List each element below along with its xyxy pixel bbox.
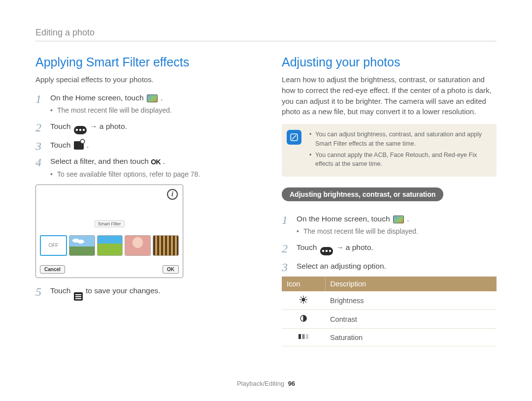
step-text: Touch: [297, 243, 319, 251]
footer-section: Playback/Editing: [237, 380, 284, 387]
step-3: 3 Select an adjusting option.: [282, 260, 497, 272]
step-number: 3: [35, 137, 41, 155]
filter-thumb-off: OFF: [40, 235, 67, 256]
step-5: 5 Touch to save your changes.: [35, 285, 250, 301]
step-text-after: .: [407, 215, 409, 223]
contrast-icon: [282, 310, 325, 329]
table-cell-description: Saturation: [325, 329, 497, 346]
manual-page: Editing a photo Applying Smart Filter ef…: [0, 0, 532, 401]
step-2: 2 Touch → a photo.: [282, 242, 497, 255]
svg-line-9: [305, 297, 306, 298]
table-header-description: Description: [325, 277, 497, 291]
svg-line-6: [300, 297, 301, 298]
section-title-adjusting: Adjusting your photos: [282, 55, 497, 69]
svg-point-1: [302, 298, 305, 301]
step-number: 1: [35, 90, 41, 108]
step-3: 3 Touch .: [35, 139, 250, 151]
screenshot-label: Smart Filter: [95, 220, 125, 227]
brightness-icon: [282, 291, 325, 310]
step-sub-item: The most recent file will be displayed.: [297, 226, 497, 237]
step-sub-item: To see available filter options, refer t…: [50, 169, 250, 180]
step-number: 2: [282, 240, 288, 257]
note-item: You can adjust brightness, contrast, and…: [309, 130, 491, 149]
step-text-after: .: [87, 141, 89, 149]
filter-thumb: [125, 235, 151, 256]
ok-button: OK: [163, 265, 179, 274]
table-header-icon: Icon: [282, 277, 325, 291]
divider: [35, 41, 497, 41]
page-footer: Playback/Editing 96: [0, 380, 532, 387]
menu-icon: [74, 126, 87, 134]
step-text-after: → a photo.: [90, 122, 127, 130]
step-text: Select a filter, and then touch: [50, 157, 151, 165]
filter-off-label: OFF: [48, 243, 58, 248]
step-1: 1 On the Home screen, touch . The most r…: [282, 213, 497, 237]
step-text: Select an adjusting option.: [297, 262, 386, 270]
steps-smart-filter-cont: 5 Touch to save your changes.: [35, 285, 250, 301]
table-cell-description: Contrast: [325, 310, 497, 329]
edit-icon: [74, 141, 84, 150]
step-1: 1 On the Home screen, touch . The most r…: [35, 92, 250, 116]
svg-rect-12: [302, 334, 305, 339]
table-row: Contrast: [282, 310, 497, 329]
step-text: On the Home screen, touch: [50, 93, 146, 102]
step-sub: To see available filter options, refer t…: [50, 169, 250, 180]
step-text: Touch: [50, 122, 73, 130]
step-number: 3: [282, 258, 288, 276]
steps-adjusting: 1 On the Home screen, touch . The most r…: [282, 213, 497, 272]
step-text-after: .: [163, 157, 165, 165]
cancel-button: Cancel: [40, 265, 65, 274]
intro-adjusting: Learn how to adjust the brightness, cont…: [282, 74, 497, 117]
steps-smart-filter: 1 On the Home screen, touch . The most r…: [35, 92, 250, 180]
note-icon: [287, 130, 301, 145]
info-icon: i: [167, 189, 178, 200]
adjusting-options-table: Icon Description Brightness: [282, 277, 497, 346]
photo-edit-icon: [393, 216, 404, 223]
breadcrumb: Editing a photo: [35, 28, 497, 38]
save-icon: [74, 292, 83, 301]
filter-thumb: [97, 235, 123, 256]
table-row: Brightness: [282, 291, 497, 310]
menu-icon: [320, 247, 333, 255]
photo-edit-icon: [147, 94, 158, 102]
step-number: 2: [35, 119, 41, 136]
section-title-smart-filter: Applying Smart Filter effects: [35, 55, 250, 69]
svg-rect-11: [299, 334, 301, 339]
step-text-after: → a photo.: [336, 243, 373, 251]
two-column-layout: Applying Smart Filter effects Apply spec…: [35, 55, 497, 346]
step-sub-item: The most recent file will be displayed.: [50, 105, 250, 116]
intro-smart-filter: Apply special effects to your photos.: [35, 74, 250, 85]
svg-line-7: [305, 302, 306, 303]
step-number: 4: [35, 154, 41, 171]
step-sub: The most recent file will be displayed.: [50, 105, 250, 116]
footer-page-number: 96: [288, 380, 295, 387]
step-text: On the Home screen, touch: [297, 215, 392, 223]
svg-line-8: [300, 302, 301, 303]
table-row: Saturation: [282, 329, 497, 346]
ok-icon: OK: [151, 157, 161, 167]
step-number: 1: [282, 211, 288, 229]
note-item: You cannot apply the ACB, Face Retouch, …: [309, 151, 491, 169]
filter-thumbnails: OFF: [40, 235, 179, 256]
step-text-after: to save your changes.: [86, 286, 161, 295]
filter-thumb: [153, 235, 179, 256]
step-sub: The most recent file will be displayed.: [297, 226, 497, 237]
table-cell-description: Brightness: [325, 291, 497, 310]
screenshot-button-row: Cancel OK: [40, 265, 179, 274]
subheading-pill: Adjusting brightness, contrast, or satur…: [282, 187, 443, 201]
note-list: You can adjust brightness, contrast, and…: [309, 130, 491, 169]
camera-screenshot: i Smart Filter OFF Cancel OK: [35, 185, 183, 278]
column-left: Applying Smart Filter effects Apply spec…: [35, 55, 250, 346]
step-text: Touch: [50, 141, 73, 149]
filter-thumb: [69, 235, 95, 256]
step-2: 2 Touch → a photo.: [35, 121, 250, 134]
column-right: Adjusting your photos Learn how to adjus…: [282, 55, 497, 346]
saturation-icon: [282, 329, 325, 346]
step-4: 4 Select a filter, and then touch OK . T…: [35, 155, 250, 180]
note-box: You can adjust brightness, contrast, and…: [282, 124, 497, 177]
svg-rect-13: [306, 334, 308, 339]
step-text-after: .: [161, 93, 163, 102]
step-number: 5: [35, 283, 41, 301]
step-text: Touch: [50, 286, 73, 295]
